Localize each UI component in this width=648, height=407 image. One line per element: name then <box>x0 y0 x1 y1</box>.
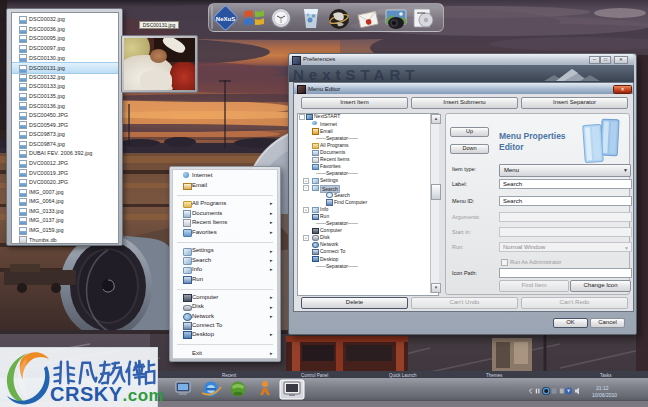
svg-text:NeXuS: NeXuS <box>216 16 235 22</box>
